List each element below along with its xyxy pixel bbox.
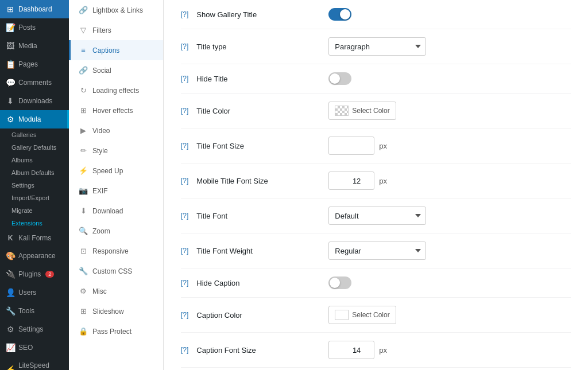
custom-css-label: Custom CSS (92, 267, 132, 275)
help-mobile-title-font-size[interactable]: [?] (181, 177, 188, 185)
help-caption-color[interactable]: [?] (181, 311, 188, 319)
sidebar-item-settings[interactable]: Settings (6, 179, 69, 192)
plugin-sidebar-pass-protect[interactable]: 🔒 Pass Protect (69, 321, 163, 341)
sidebar-item-pages[interactable]: 📋 Pages (0, 55, 69, 73)
litespeed-label: LiteSpeed Cache (18, 361, 63, 370)
plugin-sidebar-social[interactable]: 🔗 Social (69, 60, 163, 80)
toggle-hide-title[interactable] (328, 72, 351, 85)
galleries-label: Galleries (11, 131, 36, 138)
posts-icon: 📝 (6, 23, 15, 32)
label-title-font-size: Title Font Size (196, 142, 323, 150)
users-label: Users (18, 289, 36, 297)
sidebar-item-albums[interactable]: Albums (6, 154, 69, 166)
help-title-font[interactable]: [?] (181, 212, 188, 220)
sidebar-item-litespeed[interactable]: ⚡ LiteSpeed Cache (0, 357, 69, 370)
select-title-font-weight[interactable]: Regular BoldLight (328, 242, 426, 260)
sidebar-item-users[interactable]: 👤 Users (0, 283, 69, 302)
help-caption-font-size[interactable]: [?] (181, 346, 188, 354)
comments-icon: 💬 (6, 78, 15, 87)
sidebar-item-dashboard[interactable]: ⊞ Dashboard (0, 0, 69, 18)
title-color-label: Select Color (352, 107, 389, 115)
select-title-type[interactable]: Paragraph H1H2H3 (328, 37, 426, 56)
input-caption-font-size[interactable] (328, 341, 374, 359)
mobile-font-size-unit: px (379, 177, 387, 185)
style-label: Style (92, 147, 108, 155)
sidebar-item-modula[interactable]: ⚙ Modula (0, 110, 69, 128)
plugin-sidebar-video[interactable]: ▶ Video (69, 120, 163, 141)
seo-icon: 📈 (6, 343, 15, 352)
sidebar-item-comments[interactable]: 💬 Comments (0, 73, 69, 92)
sidebar-item-label: Modula (18, 115, 41, 123)
help-title-type[interactable]: [?] (181, 42, 188, 50)
help-show-gallery-title[interactable]: [?] (181, 10, 188, 18)
social-icon: 🔗 (79, 66, 88, 75)
sidebar-item-appearance[interactable]: 🎨 Appearance (0, 247, 69, 265)
title-color-button[interactable]: Select Color (328, 102, 396, 120)
sidebar-item-galleries[interactable]: Galleries (6, 128, 69, 141)
plugin-sidebar-filters[interactable]: ▽ Filters (69, 20, 163, 40)
select-title-font[interactable]: Default ArialGeorgia (328, 207, 426, 225)
sidebar-item-seo[interactable]: 📈 SEO (0, 338, 69, 357)
plugin-sidebar-misc[interactable]: ⚙ Misc (69, 281, 163, 301)
toggle-show-gallery-title[interactable] (328, 8, 351, 21)
plugin-sidebar-speed-up[interactable]: ⚡ Speed Up (69, 161, 163, 181)
sidebar-item-gallery-defaults[interactable]: Gallery Defaults (6, 141, 69, 154)
label-hide-title: Hide Title (196, 75, 323, 83)
label-title-font: Title Font (196, 212, 323, 220)
plugin-sidebar-style[interactable]: ✏ Style (69, 141, 163, 161)
plugin-sidebar-responsive[interactable]: ⊡ Responsive (69, 241, 163, 261)
sidebar-item-downloads[interactable]: ⬇ Downloads (0, 92, 69, 110)
sidebar-item-wp-settings[interactable]: ⚙ Settings (0, 320, 69, 338)
download-icon: ⬇ (79, 207, 88, 215)
sidebar-item-posts[interactable]: 📝 Posts (0, 18, 69, 37)
misc-icon: ⚙ (79, 287, 88, 295)
sidebar-item-album-defaults[interactable]: Album Defaults (6, 166, 69, 179)
sidebar-item-plugins[interactable]: 🔌 Plugins 2 (0, 265, 69, 283)
help-title-font-weight[interactable]: [?] (181, 247, 188, 255)
plugin-sidebar-loading-effects[interactable]: ↻ Loading effects (69, 80, 163, 100)
plugins-label: Plugins (18, 270, 41, 278)
slideshow-icon: ⊞ (79, 307, 88, 316)
control-title-font: Default ArialGeorgia (328, 207, 571, 225)
sidebar-item-label: Downloads (18, 97, 52, 105)
settings-panel: [?] Show Gallery Title [?] Title type Pa… (164, 0, 588, 370)
help-title-color[interactable]: [?] (181, 107, 188, 115)
plugin-sidebar-slideshow[interactable]: ⊞ Slideshow (69, 301, 163, 321)
sidebar-item-label: Dashboard (18, 5, 52, 13)
loading-effects-label: Loading effects (92, 87, 139, 95)
plugin-sidebar-custom-css[interactable]: 🔧 Custom CSS (69, 261, 163, 281)
control-show-gallery-title (328, 8, 571, 21)
captions-label: Captions (92, 46, 119, 54)
sidebar-item-kali-forms[interactable]: K Kali Forms (0, 229, 69, 247)
zoom-label: Zoom (92, 227, 110, 235)
toggle-hide-caption[interactable] (328, 276, 351, 289)
plugin-sidebar-zoom[interactable]: 🔍 Zoom (69, 221, 163, 241)
help-hide-title[interactable]: [?] (181, 75, 188, 83)
import-export-label: Import/Export (11, 194, 49, 201)
sidebar-item-tools[interactable]: 🔧 Tools (0, 302, 69, 320)
sidebar-item-import-export[interactable]: Import/Export (6, 192, 69, 204)
input-title-font-size[interactable] (328, 137, 374, 155)
label-title-font-weight: Title Font Weight (196, 247, 323, 255)
row-title-type: [?] Title type Paragraph H1H2H3 (181, 29, 571, 64)
help-hide-caption[interactable]: [?] (181, 279, 188, 287)
caption-color-button[interactable]: Select Color (328, 306, 396, 324)
plugin-sidebar-hover-effects[interactable]: ⊞ Hover effects (69, 100, 163, 120)
toggle-thumb (330, 73, 340, 84)
row-caption-color: [?] Caption Color Select Color (181, 298, 571, 333)
wp-settings-icon: ⚙ (6, 325, 15, 334)
plugin-sidebar-captions[interactable]: ≡ Captions (69, 40, 163, 60)
plugin-sidebar-exif[interactable]: 📷 EXIF (69, 181, 163, 201)
input-mobile-title-font-size[interactable] (328, 172, 374, 190)
plugin-sidebar-lightbox-links[interactable]: 🔗 Lightbox & Links (69, 0, 163, 20)
sidebar-item-extensions[interactable]: Extensions (6, 217, 69, 229)
pass-protect-icon: 🔒 (79, 327, 88, 336)
album-defaults-label: Album Defaults (11, 169, 55, 176)
sidebar-item-label: Pages (18, 60, 38, 68)
caption-font-size-unit: px (379, 346, 387, 355)
help-title-font-size[interactable]: [?] (181, 142, 188, 150)
plugin-sidebar-download[interactable]: ⬇ Download (69, 201, 163, 221)
label-title-color: Title Color (196, 107, 323, 115)
sidebar-item-migrate[interactable]: Migrate (6, 204, 69, 217)
sidebar-item-media[interactable]: 🖼 Media (0, 37, 69, 55)
